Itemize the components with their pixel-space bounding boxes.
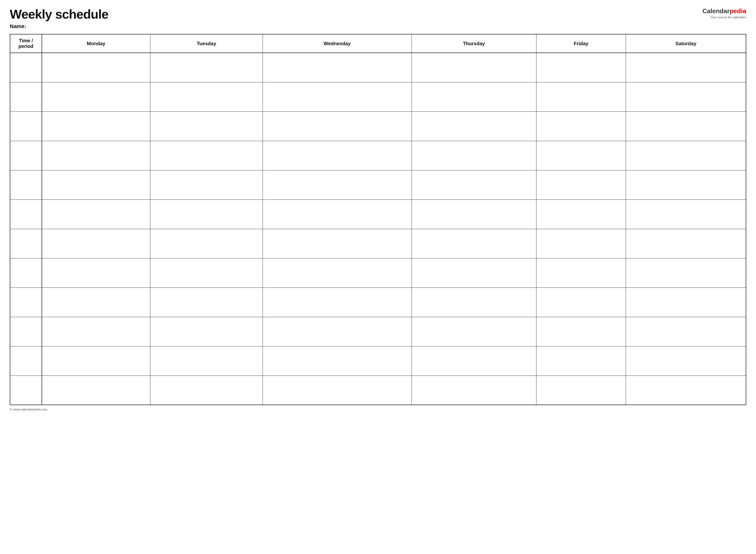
schedule-cell[interactable] (626, 258, 746, 287)
schedule-cell[interactable] (626, 317, 746, 346)
logo-red-text: pedia (730, 7, 746, 15)
footer-text: © www.calendarpedia.com (10, 407, 47, 411)
time-cell[interactable] (10, 317, 42, 346)
schedule-cell[interactable] (536, 141, 626, 170)
schedule-cell[interactable] (412, 229, 536, 258)
schedule-cell[interactable] (536, 111, 626, 141)
schedule-cell[interactable] (150, 229, 263, 258)
time-cell[interactable] (10, 376, 42, 405)
schedule-cell[interactable] (626, 200, 746, 229)
time-cell[interactable] (10, 258, 42, 287)
col-header-time: Time / period (10, 34, 42, 53)
col-header-monday: Monday (42, 34, 150, 53)
schedule-cell[interactable] (150, 170, 263, 200)
schedule-cell[interactable] (42, 111, 150, 141)
schedule-cell[interactable] (412, 258, 536, 287)
logo-black-text: Calendar (702, 7, 730, 15)
schedule-cell[interactable] (536, 346, 626, 376)
title-section: Weekly schedule Name: (10, 7, 108, 30)
schedule-cell[interactable] (150, 53, 263, 82)
schedule-cell[interactable] (150, 287, 263, 317)
schedule-cell[interactable] (536, 229, 626, 258)
schedule-cell[interactable] (150, 346, 263, 376)
schedule-cell[interactable] (412, 170, 536, 200)
col-header-tuesday: Tuesday (150, 34, 263, 53)
schedule-cell[interactable] (412, 287, 536, 317)
schedule-cell[interactable] (263, 53, 412, 82)
schedule-cell[interactable] (626, 53, 746, 82)
schedule-cell[interactable] (263, 200, 412, 229)
schedule-cell[interactable] (536, 258, 626, 287)
table-header-row: Time / period Monday Tuesday Wednesday T… (10, 34, 746, 53)
schedule-cell[interactable] (42, 229, 150, 258)
schedule-cell[interactable] (263, 111, 412, 141)
schedule-cell[interactable] (150, 141, 263, 170)
table-row (10, 141, 746, 170)
weekly-schedule-table: Time / period Monday Tuesday Wednesday T… (10, 34, 746, 405)
schedule-cell[interactable] (536, 170, 626, 200)
schedule-cell[interactable] (263, 258, 412, 287)
time-cell[interactable] (10, 229, 42, 258)
schedule-cell[interactable] (42, 200, 150, 229)
schedule-cell[interactable] (626, 346, 746, 376)
schedule-cell[interactable] (150, 258, 263, 287)
schedule-cell[interactable] (42, 141, 150, 170)
schedule-cell[interactable] (412, 317, 536, 346)
schedule-cell[interactable] (626, 170, 746, 200)
schedule-cell[interactable] (412, 141, 536, 170)
schedule-cell[interactable] (150, 82, 263, 111)
table-row (10, 53, 746, 82)
time-cell[interactable] (10, 141, 42, 170)
schedule-cell[interactable] (536, 376, 626, 405)
schedule-cell[interactable] (536, 53, 626, 82)
schedule-cell[interactable] (263, 346, 412, 376)
schedule-cell[interactable] (263, 376, 412, 405)
schedule-cell[interactable] (536, 200, 626, 229)
col-header-thursday: Thursday (412, 34, 536, 53)
col-header-friday: Friday (536, 34, 626, 53)
schedule-cell[interactable] (412, 200, 536, 229)
schedule-cell[interactable] (626, 287, 746, 317)
schedule-cell[interactable] (42, 258, 150, 287)
time-cell[interactable] (10, 53, 42, 82)
time-cell[interactable] (10, 200, 42, 229)
schedule-cell[interactable] (42, 376, 150, 405)
schedule-cell[interactable] (412, 53, 536, 82)
schedule-cell[interactable] (263, 82, 412, 111)
schedule-cell[interactable] (412, 111, 536, 141)
schedule-cell[interactable] (263, 287, 412, 317)
schedule-cell[interactable] (263, 317, 412, 346)
schedule-cell[interactable] (150, 317, 263, 346)
logo-section: Calendarpedia Your source for calendars (702, 7, 746, 19)
schedule-cell[interactable] (150, 200, 263, 229)
schedule-cell[interactable] (42, 170, 150, 200)
time-cell[interactable] (10, 346, 42, 376)
schedule-cell[interactable] (263, 141, 412, 170)
schedule-cell[interactable] (536, 82, 626, 111)
schedule-cell[interactable] (626, 141, 746, 170)
schedule-cell[interactable] (42, 346, 150, 376)
page-header: Weekly schedule Name: Calendarpedia Your… (10, 7, 746, 30)
schedule-cell[interactable] (626, 229, 746, 258)
schedule-cell[interactable] (536, 317, 626, 346)
schedule-cell[interactable] (412, 82, 536, 111)
schedule-cell[interactable] (412, 346, 536, 376)
schedule-cell[interactable] (626, 376, 746, 405)
schedule-cell[interactable] (150, 111, 263, 141)
time-cell[interactable] (10, 82, 42, 111)
schedule-cell[interactable] (536, 287, 626, 317)
table-row (10, 317, 746, 346)
schedule-cell[interactable] (42, 53, 150, 82)
schedule-cell[interactable] (263, 170, 412, 200)
schedule-cell[interactable] (626, 111, 746, 141)
schedule-cell[interactable] (42, 82, 150, 111)
schedule-cell[interactable] (626, 82, 746, 111)
schedule-cell[interactable] (263, 229, 412, 258)
schedule-cell[interactable] (42, 317, 150, 346)
time-cell[interactable] (10, 170, 42, 200)
schedule-cell[interactable] (150, 376, 263, 405)
time-cell[interactable] (10, 111, 42, 141)
schedule-cell[interactable] (412, 376, 536, 405)
schedule-cell[interactable] (42, 287, 150, 317)
time-cell[interactable] (10, 287, 42, 317)
